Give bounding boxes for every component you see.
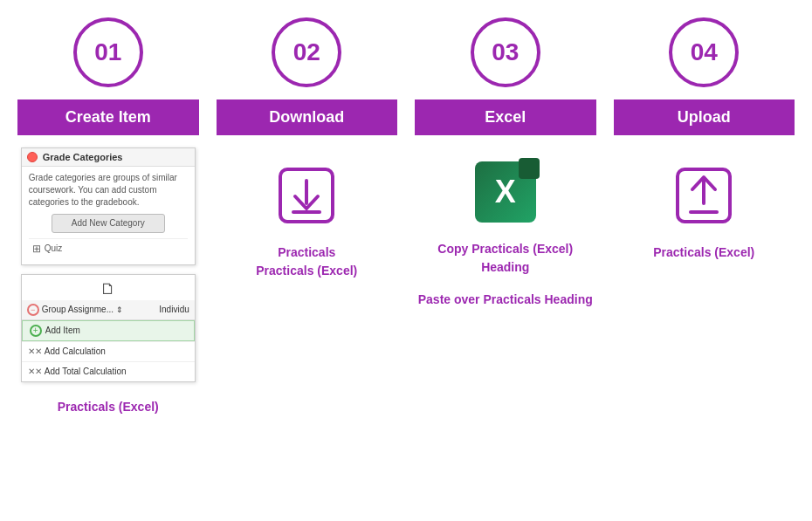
column-4: 04 Upload Practicals (Excel): [605, 17, 804, 414]
column-1: 01 Create Item Grade Categories Grade ca…: [9, 17, 208, 414]
col1-bottom-text: Practicals (Excel): [58, 400, 159, 414]
copy-practicals-text: Copy Practicals (Excel) Heading: [437, 242, 573, 274]
grade-categories-desc: Grade categories are groups of similar c…: [29, 172, 188, 209]
individu-label: Individu: [159, 305, 189, 314]
mockup-title-bar-1: Grade Categories: [22, 148, 195, 167]
upload-icon-wrap: [673, 165, 734, 226]
add-new-category-button[interactable]: Add New Category: [52, 214, 165, 233]
step-header-2: Download: [217, 99, 398, 135]
excel-icon: X: [475, 161, 536, 223]
add-calculation-row[interactable]: ✕✕ Add Calculation: [22, 341, 195, 361]
excel-x-letter: X: [495, 174, 516, 210]
excel-icon-wrap: X: [475, 161, 536, 223]
step-number-3: 03: [492, 38, 519, 66]
sort-icon: ⇕: [116, 305, 123, 314]
excel-desc2: Paste over Practicals Heading: [418, 291, 593, 309]
add-calculation-label: Add Calculation: [45, 346, 106, 356]
step-circle-4: 04: [669, 17, 739, 87]
circle-minus-icon: −: [27, 304, 39, 316]
download-icon-wrap: [276, 165, 337, 226]
quiz-row: ⊞ Quiz: [29, 238, 188, 259]
step-circle-1: 01: [73, 17, 143, 87]
upload-icon: [673, 165, 734, 226]
add-total-icon: ✕✕: [29, 366, 41, 378]
step-circle-2: 02: [272, 17, 341, 87]
mockup-title-1: Grade Categories: [43, 152, 123, 162]
download-desc-text: PracticalsPracticals (Excel): [256, 245, 357, 278]
main-container: 01 Create Item Grade Categories Grade ca…: [0, 0, 812, 431]
excel-desc1: Copy Practicals (Excel) Heading: [415, 240, 596, 277]
step-number-4: 04: [691, 38, 718, 66]
add-item-plus-icon: +: [30, 325, 42, 337]
step-number-1: 01: [94, 38, 121, 66]
close-icon[interactable]: [27, 152, 38, 162]
column-2: 02 Download PracticalsPracticals (Excel): [208, 17, 407, 414]
grid-icon: ⊞: [32, 242, 41, 257]
upload-desc-text: Practicals (Excel): [653, 245, 754, 259]
step-circle-3: 03: [471, 17, 540, 87]
download-desc: PracticalsPracticals (Excel): [256, 243, 357, 280]
column-3: 03 Excel X Copy Practicals (Excel) Headi…: [406, 17, 605, 414]
paste-over-text: Paste over Practicals Heading: [418, 292, 593, 306]
mockup-body-1: Grade categories are groups of similar c…: [22, 167, 195, 264]
mockup-header-2: − Group Assignme... ⇕ Individu: [22, 300, 195, 320]
step-header-3: Excel: [415, 99, 596, 135]
step-header-1: Create Item: [17, 99, 199, 135]
add-item-label: Add Item: [45, 326, 80, 335]
group-assignment-mockup: 🗋 − Group Assignme... ⇕ Individu + Add I…: [21, 274, 196, 382]
step-number-2: 02: [293, 38, 320, 66]
add-calc-icon: ✕✕: [29, 346, 41, 358]
grade-categories-mockup: Grade Categories Grade categories are gr…: [21, 147, 196, 265]
document-icon: 🗋: [22, 275, 195, 300]
add-total-calculation-label: Add Total Calculation: [45, 367, 127, 376]
group-assign-label: Group Assignme...: [42, 305, 114, 314]
upload-desc: Practicals (Excel): [653, 243, 754, 262]
add-item-row[interactable]: + Add Item: [22, 320, 195, 341]
download-icon: [276, 165, 337, 226]
quiz-label: Quiz: [45, 243, 63, 255]
add-total-calculation-row[interactable]: ✕✕ Add Total Calculation: [22, 361, 195, 381]
step-header-4: Upload: [614, 99, 795, 135]
